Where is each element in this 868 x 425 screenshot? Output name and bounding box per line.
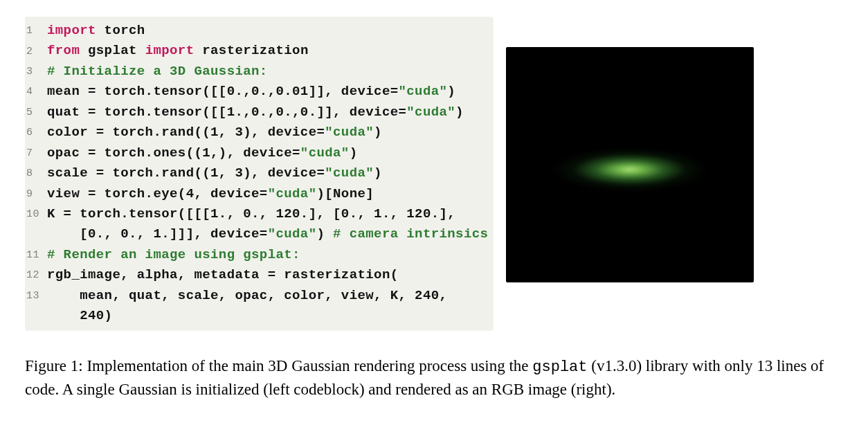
gaussian-splat [543,145,716,194]
caption-text-a: Implementation of the main 3D Gaussian r… [83,357,533,374]
line-number [26,306,47,326]
line-number: 5 [26,102,47,123]
code-content: quat = torch.tensor([[1.,0.,0.,0.]], dev… [47,102,464,123]
code-content: import torch [47,21,145,41]
line-number: 13 [26,286,47,306]
line-number: 8 [26,163,47,183]
line-number: 3 [26,62,47,82]
line-number: 9 [26,184,47,204]
code-listing: 1import torch2from gsplat import rasteri… [25,17,494,331]
code-line: 1import torch [26,21,488,41]
code-line: 7opac = torch.ones((1,), device="cuda") [26,143,488,163]
code-content: color = torch.rand((1, 3), device="cuda"… [47,123,382,143]
code-content: K = torch.tensor([[[1., 0., 120.], [0., … [47,204,455,224]
code-content: from gsplat import rasterization [47,41,309,61]
code-line: 10K = torch.tensor([[[1., 0., 120.], [0.… [26,204,488,224]
line-number: 12 [26,265,47,285]
caption-label: Figure 1: [25,357,83,374]
code-line: 240) [26,306,488,326]
code-line: 9view = torch.eye(4, device="cuda")[None… [26,184,488,204]
code-content: 240) [47,306,112,326]
code-content: [0., 0., 1.]]], device="cuda") # camera … [47,224,488,244]
code-line: 6color = torch.rand((1, 3), device="cuda… [26,123,488,143]
code-line: 2from gsplat import rasterization [26,41,488,61]
code-line: 13 mean, quat, scale, opac, color, view,… [26,286,488,306]
code-content: mean, quat, scale, opac, color, view, K,… [47,286,447,306]
code-line: 4mean = torch.tensor([[0.,0.,0.01]], dev… [26,82,488,102]
code-line: 11# Render an image using gsplat: [26,245,488,265]
code-content: rgb_image, alpha, metadata = rasterizati… [47,265,398,285]
code-content: opac = torch.ones((1,), device="cuda") [47,143,357,163]
caption-mono: gsplat [532,359,587,376]
code-content: scale = torch.rand((1, 3), device="cuda"… [47,163,382,183]
figure-row: 1import torch2from gsplat import rasteri… [25,17,843,331]
line-number: 7 [26,143,47,163]
figure-caption: Figure 1: Implementation of the main 3D … [25,354,835,401]
rendered-image [506,47,754,282]
line-number: 10 [26,204,47,224]
code-content: # Render an image using gsplat: [47,245,300,265]
code-line: 12rgb_image, alpha, metadata = rasteriza… [26,265,488,285]
code-content: # Initialize a 3D Gaussian: [47,62,268,82]
code-line: [0., 0., 1.]]], device="cuda") # camera … [26,224,488,244]
code-line: 8scale = torch.rand((1, 3), device="cuda… [26,163,488,183]
code-line: 5quat = torch.tensor([[1.,0.,0.,0.]], de… [26,102,488,123]
code-line: 3# Initialize a 3D Gaussian: [26,62,488,82]
line-number: 1 [26,21,47,41]
code-content: view = torch.eye(4, device="cuda")[None] [47,184,374,204]
line-number: 11 [26,245,47,265]
line-number: 2 [26,41,47,61]
line-number [26,224,47,244]
line-number: 4 [26,82,47,102]
line-number: 6 [26,123,47,143]
code-content: mean = torch.tensor([[0.,0.,0.01]], devi… [47,82,455,102]
